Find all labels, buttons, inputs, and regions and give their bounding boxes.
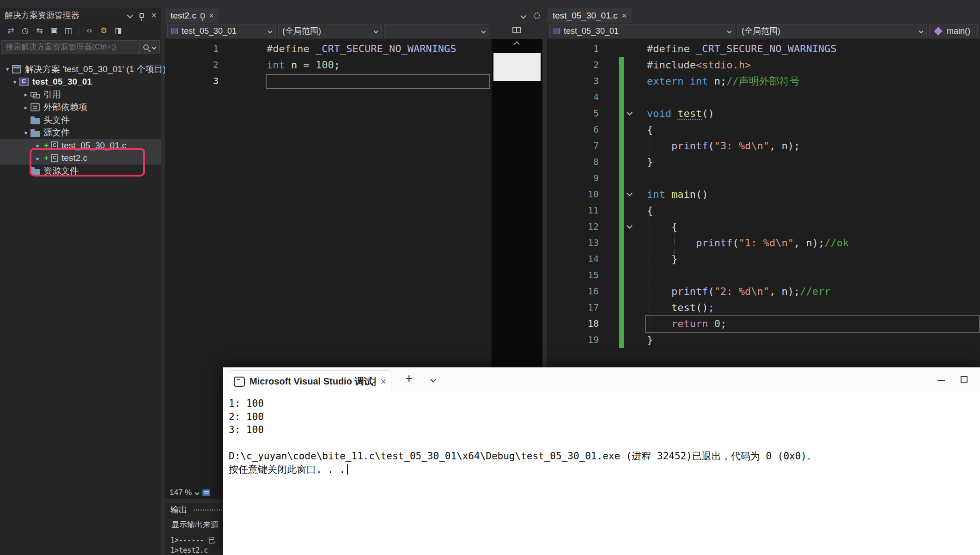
toolbar-separator [79, 26, 79, 35]
console-line: 按任意键关闭此窗口. . . [229, 463, 980, 476]
folder-icon [30, 118, 40, 124]
line-number: 14 [547, 251, 605, 267]
code-line-19[interactable]: } [647, 332, 849, 348]
project-scope-combo[interactable]: test_05_30_01 [549, 24, 735, 37]
console-tab-title: Microsoft Visual Studio 调试控制台 [250, 375, 376, 388]
console-titlebar[interactable]: Microsoft Visual Studio 调试控制台 × + [223, 367, 980, 392]
tree-item-external-dependencies[interactable]: ▸外部依赖项 [0, 101, 161, 114]
code-line-5[interactable]: void test() [647, 105, 849, 122]
tab-close-icon[interactable]: × [209, 11, 214, 21]
change-tracking-bar [619, 57, 624, 348]
code-line-12[interactable]: { [647, 219, 849, 235]
member-scope-combo[interactable] [384, 24, 489, 37]
code-line-6[interactable]: { [647, 122, 849, 138]
pin-panel-icon[interactable] [140, 13, 144, 18]
tree-item-source-files[interactable]: ▾源文件 [0, 127, 161, 140]
code-line-3[interactable]: extern int n;//声明外部符号 [647, 73, 849, 89]
code-right[interactable]: #define _CRT_SECURE_NO_WARNINGS#include<… [647, 41, 849, 348]
preview-selected-items-icon[interactable]: ◨ [111, 26, 125, 36]
tree-expand-arrow-icon[interactable]: ▾ [21, 129, 30, 136]
line-number: 17 [547, 299, 605, 316]
tab-test-05-30-01-c[interactable]: test_05_30_01.c × [548, 8, 632, 23]
search-options-chevron-icon[interactable] [152, 45, 157, 49]
tab-settings-gear-icon[interactable] [534, 12, 540, 19]
line-number: 13 [547, 235, 605, 251]
type-scope-combo[interactable]: (全局范围) [278, 24, 382, 37]
fold-collapse-icon[interactable] [627, 110, 633, 116]
combo-chevron-icon [481, 29, 486, 33]
tree-item-references[interactable]: ▸引用 [0, 88, 161, 101]
tree-item-project[interactable]: ▾test_05_30_01 [0, 76, 161, 89]
code-line-15[interactable] [647, 267, 849, 283]
folder-icon [30, 131, 40, 137]
document-list-chevron-icon[interactable] [520, 13, 526, 19]
properties-icon[interactable]: ⚙ [97, 26, 111, 36]
current-statement-box [645, 315, 980, 333]
sync-with-active-document-icon[interactable]: ⇆ [32, 26, 47, 36]
code-line-10[interactable]: int main() [647, 186, 849, 202]
tree-item-label: 头文件 [43, 114, 70, 126]
code-line-13[interactable]: printf("1: %d\n", n);//ok [647, 235, 849, 251]
tab-close-icon[interactable]: × [622, 11, 627, 21]
window-position-chevron-icon[interactable] [128, 13, 132, 18]
search-input[interactable] [2, 43, 139, 52]
code-line-4[interactable] [647, 89, 849, 105]
type-scope-value: (全局范围) [282, 25, 321, 37]
new-tab-icon[interactable]: + [405, 371, 413, 386]
navigation-bar-right: test_05_30_01 (全局范围) main() [547, 23, 980, 39]
code-line-8[interactable]: } [647, 154, 849, 170]
tab-label: test2.c [170, 11, 196, 21]
code-line-14[interactable]: } [647, 251, 849, 267]
solution-explorer-panel: 解决方案资源管理器 × ⇄◷⇆▣◫‹›⚙◨ ▾解决方案 'test_05_30_… [0, 8, 161, 555]
console-tab-close-icon[interactable]: × [380, 376, 386, 388]
tree-item-header-files[interactable]: 头文件 [0, 114, 161, 127]
editor-mode-icon[interactable] [202, 489, 210, 496]
line-number: 9 [547, 170, 605, 186]
console-line: 1: 100 [229, 397, 980, 410]
tree-expand-arrow-icon[interactable]: ▾ [3, 66, 12, 73]
tab-dropdown-chevron-icon[interactable] [430, 377, 436, 383]
console-line: 2: 100 [229, 410, 980, 424]
show-all-files-icon[interactable]: ◫ [61, 26, 75, 36]
tab-test2-c[interactable]: test2.c × [165, 8, 219, 23]
console-output[interactable]: 1: 1002: 1003: 100D:\c_yuyan\code\bite_1… [223, 392, 980, 555]
tree-expand-arrow-icon[interactable]: ▸ [21, 91, 30, 98]
code-line-2[interactable]: #include<stdio.h> [647, 57, 849, 73]
close-panel-icon[interactable]: × [151, 10, 157, 21]
member-scope-value: main() [947, 26, 970, 36]
view-code-icon[interactable]: ‹› [82, 26, 97, 35]
project-scope-combo[interactable]: test_05_30_01 [167, 24, 276, 37]
code-line-1[interactable]: #define _CRT_SECURE_NO_WARNINGS [267, 41, 457, 57]
tree-expand-arrow-icon[interactable]: ▾ [10, 79, 19, 85]
minimize-icon[interactable] [937, 380, 945, 381]
code-line-9[interactable] [647, 170, 849, 186]
line-number: 2 [165, 57, 225, 73]
output-title[interactable]: 输出 [170, 504, 187, 515]
member-scope-combo[interactable]: main() [929, 24, 978, 37]
collapse-all-icon[interactable]: ▣ [47, 26, 61, 36]
tree-item-solution[interactable]: ▾解决方案 'test_05_30_01' (1 个项目) [0, 63, 161, 76]
code-line-2[interactable]: int n = 100; [267, 57, 457, 73]
combo-chevron-icon [374, 29, 378, 33]
zoom-chevron-icon[interactable] [195, 490, 200, 495]
code-line-17[interactable]: test(); [647, 299, 849, 316]
code-line-11[interactable]: { [647, 202, 849, 219]
split-window-icon[interactable] [512, 27, 521, 33]
maximize-icon[interactable] [961, 376, 968, 383]
tree-expand-arrow-icon[interactable]: ▸ [21, 104, 30, 111]
code-line-16[interactable]: printf("2: %d\n", n);//err [647, 283, 849, 299]
code-line-7[interactable]: printf("3: %d\n", n); [647, 138, 849, 154]
panel-drag-grip[interactable] [194, 509, 227, 511]
pending-changes-filter-icon[interactable]: ◷ [18, 26, 32, 36]
zoom-level[interactable]: 147 % [170, 488, 192, 497]
pinned-tab-icon[interactable] [201, 13, 205, 18]
search-box[interactable] [1, 40, 160, 54]
code-line-1[interactable]: #define _CRT_SECURE_NO_WARNINGS [647, 41, 849, 57]
switch-views-icon[interactable]: ⇄ [4, 26, 18, 36]
tab-strip-right: test_05_30_01.c × [547, 8, 980, 23]
type-scope-combo[interactable]: (全局范围) [737, 24, 927, 37]
fold-collapse-icon[interactable] [627, 223, 633, 229]
console-tab[interactable]: Microsoft Visual Studio 调试控制台 × [229, 370, 391, 392]
scroll-up-icon[interactable] [514, 41, 520, 47]
fold-collapse-icon[interactable] [627, 190, 633, 196]
